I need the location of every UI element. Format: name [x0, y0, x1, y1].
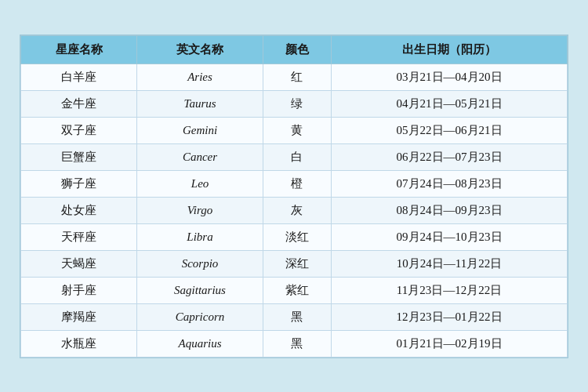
- cell-chinese-name: 金牛座: [21, 90, 137, 117]
- cell-chinese-name: 白羊座: [21, 64, 137, 90]
- cell-dates: 07月24日—08月23日: [332, 170, 568, 197]
- cell-dates: 11月23日—12月22日: [332, 277, 568, 303]
- table-row: 摩羯座Capricorn黑12月23日—01月22日: [21, 303, 568, 330]
- cell-english-name: Cancer: [137, 143, 263, 170]
- table-row: 金牛座Taurus绿04月21日—05月21日: [21, 90, 568, 117]
- cell-dates: 10月24日—11月22日: [332, 250, 568, 277]
- cell-chinese-name: 天秤座: [21, 223, 137, 250]
- cell-english-name: Capricorn: [137, 303, 263, 330]
- cell-chinese-name: 狮子座: [21, 170, 137, 197]
- table-body: 白羊座Aries红03月21日—04月20日金牛座Taurus绿04月21日—0…: [21, 64, 568, 357]
- cell-color: 黑: [263, 330, 331, 357]
- table-row: 狮子座Leo橙07月24日—08月23日: [21, 170, 568, 197]
- table-row: 射手座Sagittarius紫红11月23日—12月22日: [21, 277, 568, 303]
- cell-color: 橙: [263, 170, 331, 197]
- cell-color: 红: [263, 64, 331, 90]
- cell-chinese-name: 双子座: [21, 117, 137, 143]
- table-row: 处女座Virgo灰08月24日—09月23日: [21, 197, 568, 223]
- cell-chinese-name: 水瓶座: [21, 330, 137, 357]
- cell-english-name: Sagittarius: [137, 277, 263, 303]
- cell-color: 淡红: [263, 223, 331, 250]
- cell-english-name: Virgo: [137, 197, 263, 223]
- cell-chinese-name: 巨蟹座: [21, 143, 137, 170]
- cell-color: 黑: [263, 303, 331, 330]
- table-row: 水瓶座Aquarius黑01月21日—02月19日: [21, 330, 568, 357]
- cell-dates: 12月23日—01月22日: [332, 303, 568, 330]
- cell-color: 绿: [263, 90, 331, 117]
- cell-dates: 09月24日—10月23日: [332, 223, 568, 250]
- header-dates: 出生日期（阳历）: [332, 35, 568, 64]
- table-header-row: 星座名称 英文名称 颜色 出生日期（阳历）: [21, 35, 568, 64]
- cell-english-name: Libra: [137, 223, 263, 250]
- cell-color: 黄: [263, 117, 331, 143]
- cell-dates: 05月22日—06月21日: [332, 117, 568, 143]
- header-chinese-name: 星座名称: [21, 35, 137, 64]
- table-row: 双子座Gemini黄05月22日—06月21日: [21, 117, 568, 143]
- table-row: 天秤座Libra淡红09月24日—10月23日: [21, 223, 568, 250]
- cell-dates: 06月22日—07月23日: [332, 143, 568, 170]
- cell-chinese-name: 天蝎座: [21, 250, 137, 277]
- cell-color: 灰: [263, 197, 331, 223]
- table-row: 白羊座Aries红03月21日—04月20日: [21, 64, 568, 90]
- cell-color: 深红: [263, 250, 331, 277]
- cell-english-name: Aries: [137, 64, 263, 90]
- cell-dates: 03月21日—04月20日: [332, 64, 568, 90]
- cell-english-name: Gemini: [137, 117, 263, 143]
- cell-english-name: Taurus: [137, 90, 263, 117]
- table-row: 巨蟹座Cancer白06月22日—07月23日: [21, 143, 568, 170]
- cell-dates: 08月24日—09月23日: [332, 197, 568, 223]
- header-english-name: 英文名称: [137, 35, 263, 64]
- zodiac-table: 星座名称 英文名称 颜色 出生日期（阳历） 白羊座Aries红03月21日—04…: [20, 35, 568, 358]
- cell-english-name: Scorpio: [137, 250, 263, 277]
- cell-color: 紫红: [263, 277, 331, 303]
- cell-chinese-name: 射手座: [21, 277, 137, 303]
- zodiac-table-container: 星座名称 英文名称 颜色 出生日期（阳历） 白羊座Aries红03月21日—04…: [20, 34, 568, 358]
- cell-chinese-name: 摩羯座: [21, 303, 137, 330]
- cell-color: 白: [263, 143, 331, 170]
- cell-english-name: Leo: [137, 170, 263, 197]
- table-row: 天蝎座Scorpio深红10月24日—11月22日: [21, 250, 568, 277]
- header-color: 颜色: [263, 35, 331, 64]
- cell-dates: 04月21日—05月21日: [332, 90, 568, 117]
- cell-chinese-name: 处女座: [21, 197, 137, 223]
- cell-dates: 01月21日—02月19日: [332, 330, 568, 357]
- cell-english-name: Aquarius: [137, 330, 263, 357]
